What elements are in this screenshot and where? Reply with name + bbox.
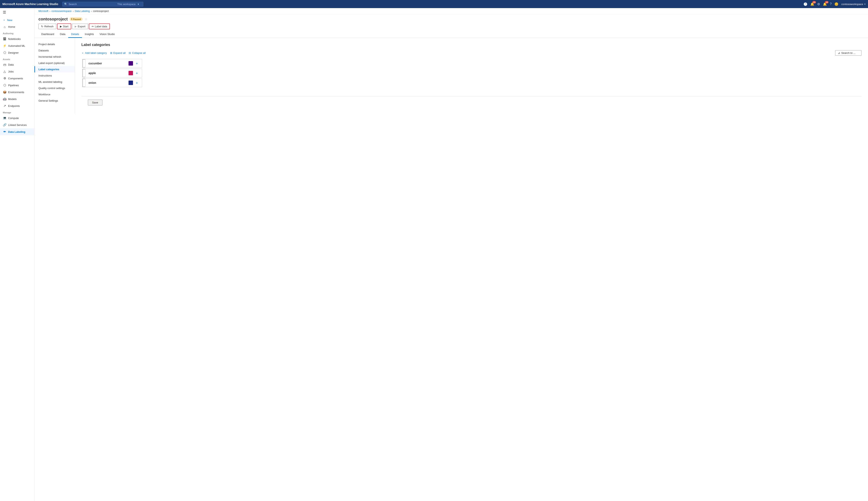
hamburger-button[interactable]: ☰ bbox=[0, 8, 34, 17]
status-text: Paused bbox=[73, 18, 81, 20]
left-nav-label-categories[interactable]: Label categories bbox=[34, 66, 75, 73]
left-nav-ml-assisted[interactable]: ML assisted labeling bbox=[34, 79, 75, 85]
page-title-row: contosoproject ℹ Paused ☆ bbox=[39, 17, 864, 21]
components-icon: ⚙ bbox=[3, 76, 7, 80]
left-nav-datasets[interactable]: Datasets bbox=[34, 47, 75, 54]
collapse-all-button[interactable]: ⊟ Collapse all bbox=[129, 51, 146, 54]
save-button[interactable]: Save bbox=[88, 99, 103, 105]
breadcrumb-current: contosoproject bbox=[93, 10, 109, 12]
add-label-category-label: Add label category bbox=[85, 51, 107, 54]
sidebar-item-notebooks[interactable]: 📓 Notebooks bbox=[0, 35, 34, 42]
refresh-icon: ↻ bbox=[41, 25, 43, 28]
left-nav-quality-control[interactable]: Quality control settings bbox=[34, 85, 75, 91]
breadcrumb-data-labeling[interactable]: Data Labeling bbox=[75, 10, 90, 12]
add-sublabel-apple-button[interactable]: ＋ bbox=[135, 71, 139, 75]
left-nav-label-export[interactable]: Label export (optional) bbox=[34, 60, 75, 66]
left-nav-instructions[interactable]: Instructions bbox=[34, 73, 75, 79]
sidebar-item-designer[interactable]: ⬡ Designer bbox=[0, 49, 34, 56]
sidebar-item-endpoints[interactable]: ↗ Endpoints bbox=[0, 103, 34, 109]
topbar: Microsoft Azure Machine Learning Studio … bbox=[0, 0, 868, 8]
search-bar[interactable]: 🔍 This workspace ▾ bbox=[62, 2, 143, 7]
workspace-selector[interactable]: This workspace ▾ bbox=[117, 3, 140, 6]
add-sublabel-cucumber-button[interactable]: ＋ bbox=[135, 62, 139, 65]
breadcrumb-sep-2: › bbox=[73, 10, 74, 12]
sidebar-item-jobs[interactable]: △ Jobs bbox=[0, 68, 34, 75]
page-title: contosoproject bbox=[39, 17, 68, 21]
sidebar-item-pipelines[interactable]: ⬡ Pipelines bbox=[0, 82, 34, 89]
sidebar-item-components[interactable]: ⚙ Components bbox=[0, 75, 34, 82]
left-nav-general-settings[interactable]: General Settings bbox=[34, 98, 75, 104]
models-icon: 🤖 bbox=[3, 97, 7, 101]
left-nav-incremental-refresh[interactable]: Incremental refresh bbox=[34, 54, 75, 60]
status-badge: ℹ Paused bbox=[69, 18, 82, 21]
tab-data[interactable]: Data bbox=[57, 31, 68, 38]
sidebar-item-environments[interactable]: 📦 Environments bbox=[0, 89, 34, 96]
tab-dashboard[interactable]: Dashboard bbox=[39, 31, 57, 38]
breadcrumb: Microsoft › contosoworkspace › Data Labe… bbox=[34, 8, 868, 14]
color-swatch-onion[interactable] bbox=[129, 81, 133, 85]
clock-button[interactable]: 🕐 bbox=[803, 1, 808, 7]
sidebar-item-models[interactable]: 🤖 Models bbox=[0, 96, 34, 103]
workspace-chevron-icon: ▾ bbox=[138, 3, 139, 6]
new-label: New bbox=[7, 19, 12, 22]
new-button[interactable]: ＋ New bbox=[0, 17, 34, 23]
sidebar-notebooks-label: Notebooks bbox=[8, 38, 21, 41]
export-button[interactable]: ▶ Export bbox=[72, 24, 88, 29]
environments-icon: 📦 bbox=[3, 90, 7, 94]
filter-icon: ⊿ bbox=[838, 51, 840, 54]
tabs: Dashboard Data Details Insights Vision S… bbox=[34, 31, 868, 38]
color-swatch-apple[interactable] bbox=[129, 71, 133, 75]
help-button[interactable]: ? bbox=[829, 1, 832, 7]
breadcrumb-workspace[interactable]: contosoworkspace bbox=[51, 10, 72, 12]
settings-button[interactable]: ⚙ bbox=[816, 1, 821, 7]
tab-insights[interactable]: Insights bbox=[82, 31, 97, 38]
tab-details[interactable]: Details bbox=[68, 31, 82, 38]
favorite-button[interactable]: ☆ bbox=[85, 17, 87, 21]
notifications-button[interactable]: 🔔 23 bbox=[810, 1, 815, 7]
collapse-all-label: Collapse all bbox=[132, 51, 146, 54]
sidebar-home-label: Home bbox=[8, 25, 15, 28]
color-swatch-cucumber[interactable] bbox=[129, 61, 133, 66]
topbar-icons: 🕐 🔔 23 ⚙ 🔔 14 ? 😊 contosoworkspace ▾ bbox=[803, 1, 866, 7]
sidebar-item-data[interactable]: 🗃 Data bbox=[0, 61, 34, 68]
save-area: Save bbox=[82, 96, 861, 109]
expand-icon: ⊞ bbox=[110, 51, 112, 54]
user-icon-button[interactable]: 😊 bbox=[834, 1, 839, 7]
sidebar-item-data-labeling[interactable]: ✏ Data Labeling bbox=[0, 128, 34, 135]
automated-ml-icon: ⚡ bbox=[3, 44, 7, 47]
add-label-category-button[interactable]: ＋ Add label category bbox=[82, 51, 107, 55]
sidebar-pipelines-label: Pipelines bbox=[8, 84, 19, 87]
sidebar-item-linked-services[interactable]: 🔗 Linked Services bbox=[0, 121, 34, 128]
content-area: Project details Datasets Incremental ref… bbox=[34, 38, 868, 114]
sidebar-automated-ml-label: Automated ML bbox=[8, 44, 25, 47]
sidebar-item-compute[interactable]: 💻 Compute bbox=[0, 115, 34, 121]
alerts-button[interactable]: 🔔 14 bbox=[822, 1, 828, 7]
start-button[interactable]: ▶ Start bbox=[57, 23, 71, 29]
label-text-cucumber: cucumber bbox=[88, 62, 129, 65]
sidebar-linked-services-label: Linked Services bbox=[8, 124, 27, 127]
search-to-button[interactable]: ⊿ Search to ... bbox=[835, 50, 861, 56]
user-name: contosoworkspace bbox=[841, 3, 863, 6]
sidebar-item-automated-ml[interactable]: ⚡ Automated ML bbox=[0, 42, 34, 49]
page-header: contosoproject ℹ Paused ☆ ↻ Refresh ▶ St… bbox=[34, 14, 868, 29]
layout: ☰ ＋ New ⌂ Home Authoring 📓 Notebooks ⚡ A… bbox=[0, 8, 868, 501]
sidebar-environments-label: Environments bbox=[8, 91, 24, 94]
sidebar-item-home[interactable]: ⌂ Home bbox=[0, 23, 34, 30]
endpoints-icon: ↗ bbox=[3, 104, 7, 108]
breadcrumb-microsoft[interactable]: Microsoft bbox=[39, 10, 49, 12]
sidebar-models-label: Models bbox=[8, 98, 17, 100]
refresh-button[interactable]: ↻ Refresh bbox=[39, 24, 56, 29]
label-item-apple: apple ＋ bbox=[85, 68, 142, 77]
search-input[interactable] bbox=[68, 3, 117, 6]
add-icon: ＋ bbox=[82, 51, 84, 55]
expand-all-button[interactable]: ⊞ Expand all bbox=[110, 51, 126, 54]
label-data-button[interactable]: ✏ Label data bbox=[89, 23, 110, 29]
search-icon: 🔍 bbox=[64, 3, 67, 6]
add-sublabel-onion-button[interactable]: ＋ bbox=[135, 81, 139, 85]
jobs-icon: △ bbox=[3, 70, 7, 73]
tab-vision-studio[interactable]: Vision Studio bbox=[97, 31, 118, 38]
left-nav-workforce[interactable]: Workforce bbox=[34, 91, 75, 98]
export-label: Export bbox=[78, 25, 85, 28]
label-list: cucumber ＋ apple ＋ onion bbox=[85, 59, 861, 88]
left-nav-project-details[interactable]: Project details bbox=[34, 41, 75, 47]
